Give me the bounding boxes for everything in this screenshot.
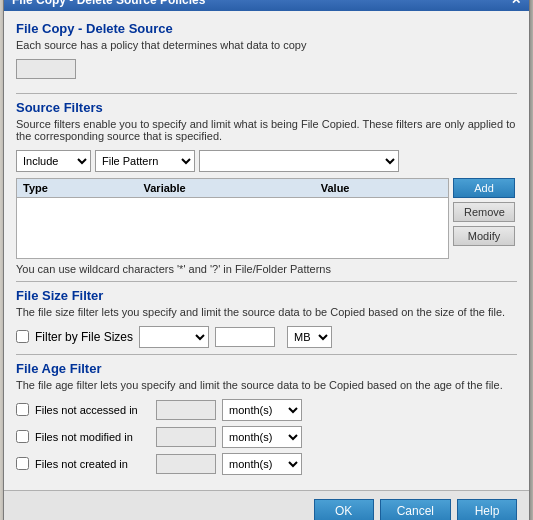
accessed-label: Files not accessed in <box>35 404 150 416</box>
filter-by-size-checkbox[interactable] <box>16 330 29 343</box>
section3-title: File Size Filter <box>16 288 517 303</box>
created-input[interactable] <box>156 454 216 474</box>
col-type: Type <box>17 179 138 198</box>
age-row-2: Files not created in month(s) <box>16 453 517 475</box>
modify-button[interactable]: Modify <box>453 226 515 246</box>
section3-desc: The file size filter lets you specify an… <box>16 306 517 318</box>
filter-table: Type Variable Value <box>17 179 448 258</box>
accessed-unit-select[interactable]: month(s) <box>222 399 302 421</box>
pattern-type-select[interactable]: File Pattern Folder Pattern <box>95 150 195 172</box>
filter-table-container: Type Variable Value <box>16 178 449 259</box>
dialog: File Copy - Delete Source Policies ✕ Fil… <box>3 0 530 520</box>
remove-button[interactable]: Remove <box>453 202 515 222</box>
accessed-checkbox[interactable] <box>16 403 29 416</box>
section2-desc: Source filters enable you to specify and… <box>16 118 517 142</box>
modified-checkbox[interactable] <box>16 430 29 443</box>
modified-unit-select[interactable]: month(s) <box>222 426 302 448</box>
add-button[interactable]: Add <box>453 178 515 198</box>
file-size-row: Filter by File Sizes Greater than Less t… <box>16 326 517 348</box>
table-header-row: Type Variable Value <box>17 179 448 198</box>
title-bar: File Copy - Delete Source Policies ✕ <box>4 0 529 11</box>
divider2 <box>16 281 517 282</box>
accessed-input[interactable] <box>156 400 216 420</box>
col-value: Value <box>315 179 448 198</box>
created-unit-select[interactable]: month(s) <box>222 453 302 475</box>
filter-table-body <box>17 198 448 258</box>
section2-title: Source Filters <box>16 100 517 115</box>
bottom-buttons: OK Cancel Help <box>4 490 529 520</box>
size-value-input[interactable] <box>215 327 275 347</box>
section-file-copy: File Copy - Delete Source Each source ha… <box>16 21 517 87</box>
filter-controls-row: Include Exclude File Pattern Folder Patt… <box>16 150 517 172</box>
section4-title: File Age Filter <box>16 361 517 376</box>
table-row-empty <box>17 198 448 258</box>
col-variable: Variable <box>138 179 315 198</box>
filter-table-wrapper: Type Variable Value Add Remove Modify <box>16 178 517 259</box>
divider1 <box>16 93 517 94</box>
policy-name-input[interactable] <box>16 59 76 79</box>
divider3 <box>16 354 517 355</box>
section1-title: File Copy - Delete Source <box>16 21 517 36</box>
title-bar-text: File Copy - Delete Source Policies <box>12 0 205 7</box>
filter-size-label: Filter by File Sizes <box>35 330 133 344</box>
dialog-body: File Copy - Delete Source Each source ha… <box>4 11 529 490</box>
section4-desc: The file age filter lets you specify and… <box>16 379 517 391</box>
include-select[interactable]: Include Exclude <box>16 150 91 172</box>
modified-input[interactable] <box>156 427 216 447</box>
modified-label: Files not modified in <box>35 431 150 443</box>
age-row-1: Files not modified in month(s) <box>16 426 517 448</box>
close-icon[interactable]: ✕ <box>511 0 521 7</box>
pattern-value-select[interactable] <box>199 150 399 172</box>
age-row-0: Files not accessed in month(s) <box>16 399 517 421</box>
created-checkbox[interactable] <box>16 457 29 470</box>
cancel-button[interactable]: Cancel <box>380 499 451 520</box>
section1-desc: Each source has a policy that determines… <box>16 39 517 51</box>
created-label: Files not created in <box>35 458 150 470</box>
section-file-age: File Age Filter The file age filter lets… <box>16 361 517 475</box>
ok-button[interactable]: OK <box>314 499 374 520</box>
side-buttons: Add Remove Modify <box>453 178 515 259</box>
section-file-size: File Size Filter The file size filter le… <box>16 288 517 348</box>
section-source-filters: Source Filters Source filters enable you… <box>16 100 517 275</box>
size-operator-select[interactable]: Greater than Less than <box>139 326 209 348</box>
wildcard-text: You can use wildcard characters '*' and … <box>16 263 517 275</box>
size-unit-select[interactable]: MB GB KB <box>287 326 332 348</box>
help-button[interactable]: Help <box>457 499 517 520</box>
